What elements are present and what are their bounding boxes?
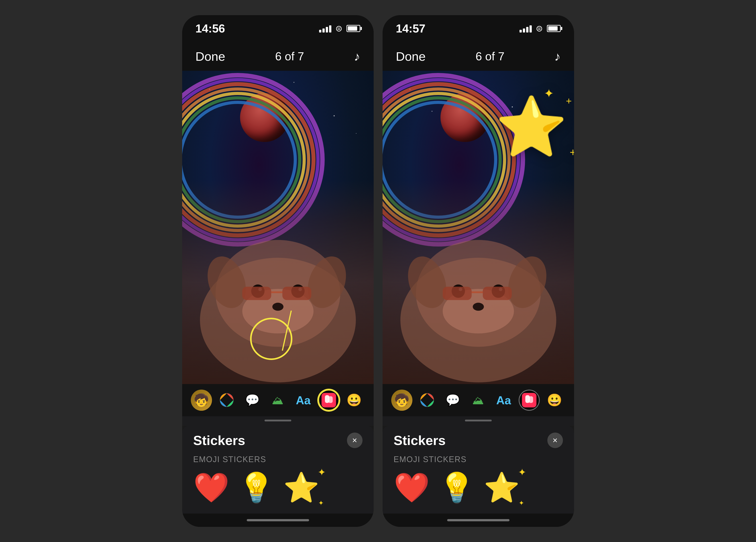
sticker-section-label-left: EMOJI STICKERS xyxy=(193,455,363,464)
toolbar-left: 🧒 💬 ⛰ Aa xyxy=(182,384,374,416)
landscape-icon-left: ⛰ xyxy=(272,394,283,407)
landscape-button-right[interactable]: ⛰ xyxy=(468,389,489,411)
nav-bar-right: Done 6 of 7 ♪ xyxy=(383,42,574,71)
text-bubble-button-left[interactable]: 💬 xyxy=(242,389,263,411)
drag-indicator-left xyxy=(265,420,291,421)
music-icon-right[interactable]: ♪ xyxy=(554,49,560,64)
drag-indicator-right xyxy=(465,420,492,421)
home-bar-left xyxy=(247,519,309,521)
home-indicator-left xyxy=(182,514,374,527)
heart-sticker-right[interactable]: ❤️ xyxy=(394,471,430,505)
landscape-button-left[interactable]: ⛰ xyxy=(267,389,288,411)
svg-rect-41 xyxy=(483,286,512,300)
colors-icon-right xyxy=(420,393,434,407)
text-label-left: Aa xyxy=(296,394,311,407)
drag-handle-area-left xyxy=(182,416,374,426)
colors-button-right[interactable] xyxy=(417,389,438,411)
sticker-button-right[interactable] xyxy=(519,389,540,411)
signal-icon-left xyxy=(319,24,331,33)
dog-face-left xyxy=(182,181,374,384)
star-sparkle2-right: ✦ xyxy=(519,499,524,507)
sticker-panel-left: Stickers × EMOJI STICKERS ❤️ 💡 ⭐ ✦ ✦ xyxy=(182,426,374,514)
star-sparkle2-left: ✦ xyxy=(318,499,324,507)
done-button-left[interactable]: Done xyxy=(196,49,225,64)
status-icons-right: ⊜ xyxy=(520,24,561,33)
emoji-icon-right: 😀 xyxy=(547,393,562,407)
svg-rect-17 xyxy=(282,286,311,300)
toolbar-right: 🧒 💬 ⛰ Aa xyxy=(383,384,574,416)
placed-star-sticker: ⭐ ✦ + + xyxy=(495,93,567,161)
signal-icon-right xyxy=(520,24,532,33)
avatar-icon-right: 🧒 xyxy=(394,393,410,407)
nav-bar-left: Done 6 of 7 ♪ xyxy=(182,42,374,71)
emoji-icon-left: 😀 xyxy=(346,393,362,407)
time-left: 14:56 xyxy=(196,22,225,35)
landscape-icon-right: ⛰ xyxy=(472,394,484,407)
sticker-grid-left: ❤️ 💡 ⭐ ✦ ✦ xyxy=(193,471,363,505)
count-label-right: 6 of 7 xyxy=(475,50,504,63)
star-sparkle-left: ✦ xyxy=(318,466,326,478)
sticker-icon-left xyxy=(322,393,336,407)
battery-icon-left xyxy=(346,25,360,32)
sticker-title-left: Stickers xyxy=(193,433,245,448)
sticker-close-right[interactable]: × xyxy=(547,432,563,448)
sparkle-plus-2: + xyxy=(566,95,572,107)
status-bar-right: 14:57 ⊜ xyxy=(383,15,574,42)
colors-button-left[interactable] xyxy=(216,389,237,411)
home-indicator-right xyxy=(383,514,574,527)
wifi-icon-right: ⊜ xyxy=(536,24,543,33)
heart-sticker-left[interactable]: ❤️ xyxy=(193,471,229,505)
status-bar-left: 14:56 ⊜ xyxy=(182,15,374,42)
star-sparkle-right: ✦ xyxy=(518,466,526,478)
sticker-title-right: Stickers xyxy=(394,433,446,448)
photo-area-right: ⭐ ✦ + + xyxy=(383,71,574,384)
status-icons-left: ⊜ xyxy=(319,24,360,33)
sticker-grid-right: ❤️ 💡 ⭐ ✦ ✦ xyxy=(394,471,563,505)
svg-point-19 xyxy=(272,302,283,310)
photo-area-left xyxy=(182,71,374,384)
sticker-close-left[interactable]: × xyxy=(347,432,363,448)
svg-rect-40 xyxy=(443,286,472,300)
sticker-panel-right: Stickers × EMOJI STICKERS ❤️ 💡 ⭐ ✦ ✦ xyxy=(383,426,574,514)
svg-point-43 xyxy=(473,302,484,310)
text-bubble-icon-left: 💬 xyxy=(245,393,260,407)
emoji-button-right[interactable]: 😀 xyxy=(544,389,565,411)
text-button-right[interactable]: Aa xyxy=(493,389,514,411)
star-sticker-left[interactable]: ⭐ ✦ ✦ xyxy=(283,471,319,505)
time-right: 14:57 xyxy=(396,22,426,35)
star-sticker-right[interactable]: ⭐ ✦ ✦ xyxy=(484,471,520,505)
battery-icon-right xyxy=(547,25,561,32)
avatar-button-left[interactable]: 🧒 xyxy=(191,389,212,411)
sticker-section-label-right: EMOJI STICKERS xyxy=(394,455,563,464)
home-bar-right xyxy=(447,519,509,521)
right-phone: 14:57 ⊜ Done 6 of 7 ♪ xyxy=(383,15,574,527)
avatar-icon-left: 🧒 xyxy=(194,393,209,407)
sticker-panel-header-right: Stickers × xyxy=(394,432,563,448)
bulb-sticker-right[interactable]: 💡 xyxy=(439,471,475,505)
sparkle-plus-1: ✦ xyxy=(544,86,554,101)
svg-rect-16 xyxy=(242,286,271,300)
sticker-button-left[interactable] xyxy=(318,389,339,411)
dog-face-right xyxy=(383,181,574,384)
avatar-button-right[interactable]: 🧒 xyxy=(391,389,412,411)
sticker-icon-right xyxy=(522,393,536,407)
music-icon-left[interactable]: ♪ xyxy=(354,49,360,64)
count-label-left: 6 of 7 xyxy=(275,50,304,63)
svg-rect-46 xyxy=(529,396,533,403)
dog-area-right xyxy=(383,181,574,384)
bulb-sticker-left[interactable]: 💡 xyxy=(238,471,274,505)
text-label-right: Aa xyxy=(496,394,511,407)
emoji-button-left[interactable]: 😀 xyxy=(344,389,365,411)
svg-rect-23 xyxy=(328,396,333,403)
done-button-right[interactable]: Done xyxy=(396,49,426,64)
left-phone: 14:56 ⊜ Done 6 of 7 ♪ xyxy=(182,15,374,527)
wifi-icon-left: ⊜ xyxy=(335,24,342,33)
phone-container: 14:56 ⊜ Done 6 of 7 ♪ xyxy=(182,15,574,527)
star-dot xyxy=(356,133,357,134)
sticker-panel-header-left: Stickers × xyxy=(193,432,363,448)
text-bubble-icon-right: 💬 xyxy=(446,393,460,407)
drag-handle-area-right xyxy=(383,416,574,426)
text-bubble-button-right[interactable]: 💬 xyxy=(442,389,463,411)
text-button-left[interactable]: Aa xyxy=(293,389,314,411)
colors-icon-left xyxy=(220,393,234,407)
